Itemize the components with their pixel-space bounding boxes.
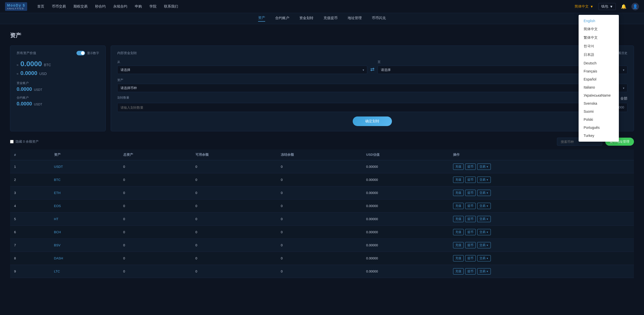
cell-coin: EOS — [50, 200, 119, 213]
lang-item-english[interactable]: English — [579, 17, 619, 25]
cell-coin: USDT — [50, 160, 119, 173]
lang-item-pt[interactable]: Português — [579, 124, 619, 132]
usd-value-row: ≈ 0.0000 USD — [17, 70, 99, 76]
cell-usd: 0.00000 — [362, 160, 449, 173]
amount-input[interactable] — [117, 103, 602, 112]
nav-home[interactable]: 首页 — [37, 4, 44, 9]
lang-item-ja[interactable]: 日本語 — [579, 51, 619, 59]
lang-item-fi[interactable]: Suomi — [579, 107, 619, 115]
charge-button[interactable]: 充值 — [453, 242, 464, 248]
trade-button[interactable]: 交易 ▼ — [477, 242, 491, 248]
tab-deposit[interactable]: 充值提币 — [324, 16, 338, 21]
charge-button[interactable]: 充值 — [453, 164, 464, 170]
cell-num: 9 — [10, 265, 50, 278]
action-buttons: 充值 提币 交易 ▼ — [453, 242, 630, 248]
lang-item-it[interactable]: Italiano — [579, 83, 619, 91]
lang-item-fr[interactable]: Français — [579, 67, 619, 75]
logo-moody: MooDy $ — [7, 3, 25, 7]
nav-ipo[interactable]: 申购 — [135, 4, 142, 9]
table-row: 5 HT 0 0 0 0.00000 充值 提币 交易 ▼ — [10, 213, 634, 226]
amount-row: 划转数量 全部 — [117, 96, 627, 101]
action-buttons: 充值 提币 交易 ▼ — [453, 177, 630, 183]
btc-unit: BTC — [44, 63, 51, 67]
trade-button[interactable]: 交易 ▼ — [477, 255, 491, 261]
btc-prefix: ≈ — [17, 63, 18, 67]
action-buttons: 充值 提币 交易 ▼ — [453, 216, 630, 222]
withdraw-button[interactable]: 提币 — [465, 190, 476, 196]
charge-button[interactable]: 充值 — [453, 203, 464, 209]
cell-num: 4 — [10, 200, 50, 213]
confirm-transfer-button[interactable]: 确定划转 — [353, 116, 392, 126]
table-head: # 资产 总资产 可用余额 冻结余额 USD估值 操作 — [10, 149, 634, 160]
charge-button[interactable]: 充值 — [453, 268, 464, 274]
from-select[interactable]: 请选择 — [117, 66, 367, 74]
withdraw-button[interactable]: 提币 — [465, 255, 476, 261]
withdraw-button[interactable]: 提币 — [465, 177, 476, 183]
lang-item-tr[interactable]: Turkey — [579, 132, 619, 140]
tab-assets[interactable]: 资产 — [258, 16, 265, 22]
lang-item-ko[interactable]: 한국어 — [579, 42, 619, 51]
tab-flash[interactable]: 币币闪兑 — [372, 16, 386, 21]
tab-transfer[interactable]: 资金划转 — [299, 16, 313, 21]
trade-button[interactable]: 交易 ▼ — [477, 268, 491, 274]
exchange-icon[interactable]: ⇄ — [370, 66, 375, 72]
lang-item-es[interactable]: Español — [579, 75, 619, 83]
lang-item-pl[interactable]: Polski — [579, 115, 619, 124]
nav-academy[interactable]: 学院 — [149, 4, 156, 9]
lang-item-zh-cn[interactable]: 简体中文 — [579, 25, 619, 33]
lang-item-sv[interactable]: Svenska — [579, 99, 619, 107]
trade-button[interactable]: 交易 ▼ — [477, 190, 491, 196]
language-dropdown: English 简体中文 繁体中文 한국어 日本語 Deutsch França… — [579, 15, 619, 142]
cell-actions: 充值 提币 交易 ▼ — [449, 213, 634, 226]
charge-button[interactable]: 充值 — [453, 229, 464, 235]
all-label: 全部 — [620, 96, 627, 101]
trade-button[interactable]: 交易 ▼ — [477, 203, 491, 209]
nav-spot[interactable]: 币币交易 — [52, 4, 66, 9]
cell-usd: 0.00000 — [362, 186, 449, 200]
show-numbers-toggle[interactable] — [76, 51, 85, 55]
trade-button[interactable]: 交易 ▼ — [477, 164, 491, 170]
withdraw-button[interactable]: 提币 — [465, 229, 476, 235]
logo[interactable]: MooDy $ ANALYTICS — [5, 2, 27, 11]
tab-contract[interactable]: 合约账户 — [275, 16, 289, 21]
cell-available: 0 — [191, 239, 277, 252]
tab-address[interactable]: 地址管理 — [348, 16, 362, 21]
withdraw-button[interactable]: 提币 — [465, 203, 476, 209]
withdraw-button[interactable]: 提币 — [465, 216, 476, 222]
nav-perpetual[interactable]: 永续合约 — [113, 4, 127, 9]
charge-button[interactable]: 充值 — [453, 216, 464, 222]
withdraw-button[interactable]: 提币 — [465, 164, 476, 170]
nav-options[interactable]: 期权交易 — [73, 4, 88, 9]
trade-button[interactable]: 交易 ▼ — [477, 177, 491, 183]
col-total: 总资产 — [119, 149, 191, 160]
cell-frozen: 0 — [277, 239, 362, 252]
hide-zero-checkbox[interactable] — [10, 140, 14, 143]
wallet-button[interactable]: 钱包 ▼ — [598, 3, 616, 10]
user-avatar[interactable]: 👤 — [631, 3, 639, 10]
cell-frozen: 0 — [277, 226, 362, 239]
withdraw-button[interactable]: 提币 — [465, 268, 476, 274]
language-button[interactable]: 简体中文 ▼ — [575, 4, 593, 9]
lang-item-de[interactable]: Deutsch — [579, 59, 619, 67]
page-title: 资产 — [10, 32, 634, 39]
charge-button[interactable]: 充值 — [453, 177, 464, 183]
cell-frozen: 0 — [277, 186, 362, 200]
nav-second[interactable]: 秒合约 — [95, 4, 106, 9]
notification-bell-icon[interactable]: 🔔 — [621, 4, 626, 9]
trade-button[interactable]: 交易 ▼ — [477, 229, 491, 235]
nav-contact[interactable]: 联系我们 — [164, 4, 178, 9]
charge-button[interactable]: 充值 — [453, 190, 464, 196]
table-row: 9 LTC 0 0 0 0.00000 充值 提币 交易 ▼ — [10, 265, 634, 278]
transfer-header: 内部资金划转 🕐 查看历史 — [117, 51, 627, 55]
cell-actions: 充值 提币 交易 ▼ — [449, 252, 634, 265]
table-body: 1 USDT 0 0 0 0.00000 充值 提币 交易 ▼ 2 BTC 0 … — [10, 160, 634, 278]
cell-frozen: 0 — [277, 265, 362, 278]
lang-item-zh-tw[interactable]: 繁体中文 — [579, 33, 619, 42]
trade-button[interactable]: 交易 ▼ — [477, 216, 491, 222]
chevron-down-icon: ▼ — [590, 5, 593, 9]
charge-button[interactable]: 充值 — [453, 255, 464, 261]
withdraw-button[interactable]: 提币 — [465, 242, 476, 248]
contract-account: 合约账户 0.0000 USDT — [17, 96, 99, 107]
asset-select[interactable]: 请选择币种 — [117, 84, 627, 92]
lang-item-uk[interactable]: УкраїнськаName — [579, 91, 619, 99]
